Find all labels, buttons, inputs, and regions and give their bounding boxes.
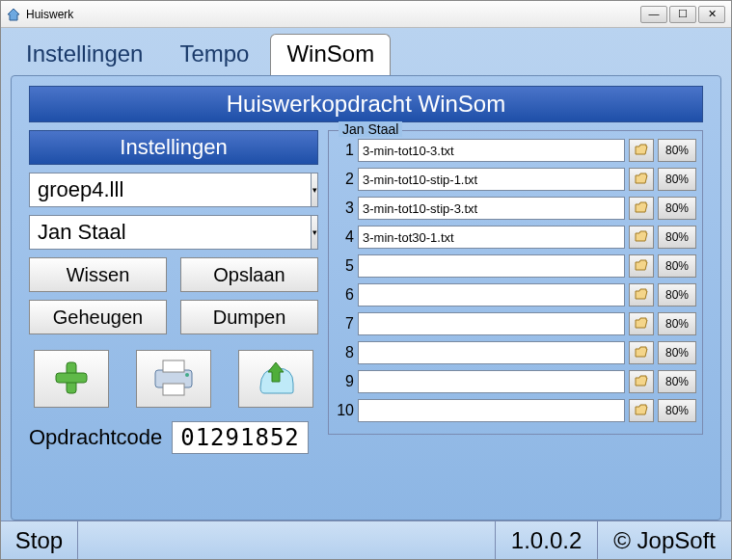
browse-button[interactable] [629,226,654,249]
percent-button[interactable]: 80% [658,370,696,393]
percent-button[interactable]: 80% [658,226,696,249]
folder-open-icon [635,259,648,273]
browse-button[interactable] [629,254,654,278]
group-combo: ▾ [29,173,318,207]
plus-icon [52,359,91,400]
file-input[interactable] [358,139,625,162]
tab-tempo[interactable]: Tempo [164,35,264,75]
copyright-label: © JopSoft [598,521,731,559]
folder-open-icon [635,201,648,215]
tab-instellingen[interactable]: Instellingen [11,35,158,75]
percent-button[interactable]: 80% [658,254,696,278]
browse-button[interactable] [629,399,654,422]
file-input[interactable] [358,399,625,422]
row-number: 5 [335,257,354,275]
export-icon [255,359,297,400]
group-dropdown-button[interactable]: ▾ [312,173,318,207]
file-input[interactable] [358,283,625,307]
row-number: 4 [335,228,354,246]
file-input[interactable] [358,226,625,249]
folder-open-icon [635,230,648,244]
svg-rect-1 [56,373,87,383]
browse-button[interactable] [629,197,654,220]
add-button[interactable] [34,350,109,408]
file-row: 980% [335,370,696,393]
tabstrip: Instellingen Tempo WinSom [11,34,721,75]
status-spacer [78,521,496,559]
titlebar: Huiswerk — ☐ ✕ [1,1,731,28]
window-title: Huiswerk [26,8,73,21]
row-number: 2 [335,171,354,188]
page-title: Huiswerkopdracht WinSom [29,86,703,122]
minimize-button[interactable]: — [640,6,667,23]
file-row: 580% [335,254,696,278]
browse-button[interactable] [629,370,654,393]
file-row: 480% [335,226,696,249]
stop-button[interactable]: Stop [1,521,78,559]
file-input[interactable] [358,197,625,220]
statusbar: Stop 1.0.0.2 © JopSoft [1,520,731,559]
file-row: 880% [335,341,696,364]
row-number: 6 [335,286,354,304]
percent-button[interactable]: 80% [658,197,696,220]
file-input[interactable] [358,254,625,278]
files-legend: Jan Staal [339,121,402,137]
export-button[interactable] [238,350,313,408]
browse-button[interactable] [629,312,654,335]
files-panel: Jan Staal 180%280%380%480%580%680%780%88… [328,130,703,510]
maximize-button[interactable]: ☐ [669,6,696,23]
folder-open-icon [635,173,648,186]
browse-button[interactable] [629,283,654,307]
code-value: 01291852 [172,421,309,454]
file-input[interactable] [358,168,625,191]
folder-open-icon [635,317,648,331]
settings-panel: Instellingen ▾ ▾ Wissen Opslaan Ge [29,130,318,510]
tab-winsom[interactable]: WinSom [270,34,391,75]
app-body: Instellingen Tempo WinSom Huiswerkopdrac… [1,28,731,520]
folder-open-icon [635,346,648,360]
percent-button[interactable]: 80% [658,341,696,364]
percent-button[interactable]: 80% [658,283,696,307]
folder-open-icon [635,144,648,157]
student-input[interactable] [29,215,312,250]
file-row: 280% [335,168,696,191]
row-number: 3 [335,200,354,217]
file-row: 1080% [335,399,696,422]
percent-button[interactable]: 80% [658,399,696,422]
browse-button[interactable] [629,168,654,191]
app-window: Huiswerk — ☐ ✕ Instellingen Tempo WinSom… [0,0,732,560]
file-input[interactable] [358,312,625,335]
row-number: 8 [335,344,354,361]
close-button[interactable]: ✕ [698,6,725,23]
percent-button[interactable]: 80% [658,168,696,191]
row-number: 7 [335,315,354,333]
row-number: 9 [335,373,354,390]
folder-open-icon [635,288,648,302]
geheugen-button[interactable]: Geheugen [29,300,167,334]
tab-content: Huiswerkopdracht WinSom Instellingen ▾ ▾… [11,75,721,520]
file-row: 380% [335,197,696,220]
opslaan-button[interactable]: Opslaan [180,257,318,292]
file-row: 680% [335,283,696,307]
group-input[interactable] [29,173,312,207]
folder-open-icon [635,404,648,417]
browse-button[interactable] [629,341,654,364]
file-row: 780% [335,312,696,335]
percent-button[interactable]: 80% [658,139,696,162]
code-label: Opdrachtcode [29,425,162,450]
settings-panel-title: Instellingen [29,130,318,165]
wissen-button[interactable]: Wissen [29,257,167,292]
percent-button[interactable]: 80% [658,312,696,335]
file-input[interactable] [358,341,625,364]
student-dropdown-button[interactable]: ▾ [312,215,318,250]
svg-point-5 [185,373,189,377]
browse-button[interactable] [629,139,654,162]
print-button[interactable] [136,350,211,408]
file-input[interactable] [358,370,625,393]
file-row: 180% [335,139,696,162]
version-label: 1.0.0.2 [496,521,598,559]
files-fieldset: Jan Staal 180%280%380%480%580%680%780%88… [328,130,703,435]
row-number: 10 [335,402,354,419]
dumpen-button[interactable]: Dumpen [180,300,318,334]
svg-rect-3 [163,360,184,372]
